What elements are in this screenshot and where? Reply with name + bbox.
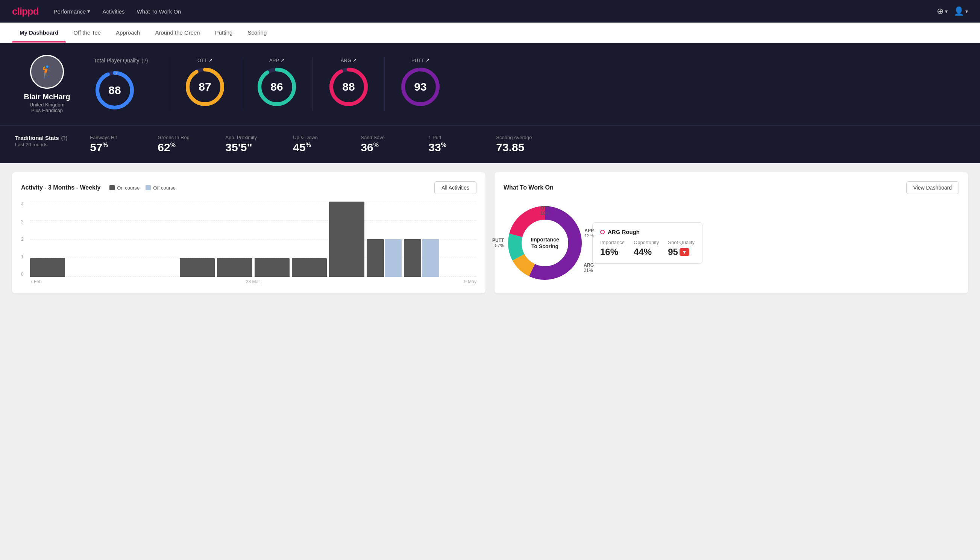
ring-arg: 88: [328, 66, 369, 108]
donut-chart-wrapper: Importance To Scoring OTT 10% APP 12% AR…: [504, 202, 586, 284]
wtw-card: What To Work On View Dashboard: [494, 172, 968, 293]
bar-on-7: [292, 258, 327, 277]
legend-off-course: Off course: [146, 185, 176, 191]
metric-importance-value: 16%: [600, 247, 625, 257]
user-menu-button[interactable]: 👤 ▾: [954, 7, 968, 16]
bar-group-9: [367, 239, 402, 277]
player-info: 🏌️ Blair McHarg United Kingdom Plus Hand…: [15, 55, 79, 113]
logo: clippd: [12, 6, 39, 17]
view-dashboard-button[interactable]: View Dashboard: [906, 181, 959, 194]
ring-ott: 87: [184, 66, 226, 108]
tab-approach[interactable]: Approach: [108, 23, 147, 42]
player-handicap: Plus Handicap: [31, 108, 63, 113]
bar-on-0: [30, 258, 65, 277]
bar-on-4: [180, 258, 215, 277]
bar-chart: 0 1 2 3 4 7 Feb 28 Mar 9 May: [21, 202, 476, 284]
quality-label: Total Player Quality (?): [94, 58, 148, 63]
score-value-ott: 87: [198, 80, 211, 93]
wtw-title: What To Work On: [504, 184, 554, 191]
bar-on-6: [255, 258, 290, 277]
metric-shot-quality: Shot Quality 95 ▼: [668, 240, 695, 257]
bar-group-2: [105, 276, 140, 277]
nav-what-to-work-on[interactable]: What To Work On: [137, 8, 181, 15]
metric-opportunity: Opportunity 44%: [634, 240, 659, 257]
activity-card: Activity - 3 Months - Weekly On course O…: [12, 172, 486, 293]
wtw-metrics: Importance 16% Opportunity 44% Shot Qual…: [600, 240, 695, 257]
bar-group-7: [292, 258, 327, 277]
score-total: Total Player Quality (?) 88: [94, 58, 169, 111]
player-name: Blair McHarg: [24, 93, 70, 101]
help-icon[interactable]: (?): [142, 58, 148, 63]
activity-card-header: Activity - 3 Months - Weekly On course O…: [21, 181, 476, 194]
bar-group-0: [30, 258, 65, 277]
wtw-body: Importance To Scoring OTT 10% APP 12% AR…: [504, 202, 959, 284]
arrow-icon-putt: ↗: [426, 58, 429, 63]
bar-chart-inner: 0 1 2 3 4: [21, 202, 476, 277]
player-country: United Kingdom: [30, 102, 65, 108]
metric-opportunity-value: 44%: [634, 247, 659, 257]
bar-on-5: [217, 258, 252, 277]
activity-title: Activity - 3 Months - Weekly: [21, 184, 100, 191]
stat-sand-save: Sand Save 36%: [361, 135, 406, 154]
bar-empty-11: [441, 276, 476, 277]
arrow-icon-app: ↗: [281, 58, 284, 63]
score-value-app: 86: [270, 80, 283, 93]
bar-group-4: [180, 258, 215, 277]
top-nav: clippd Performance ▾ Activities What To …: [0, 0, 980, 23]
legend-on-course: On course: [110, 185, 140, 191]
sub-nav: My Dashboard Off the Tee Approach Around…: [0, 23, 980, 43]
stat-1-putt: 1 Putt 33%: [428, 135, 473, 154]
tab-around-the-green[interactable]: Around the Green: [147, 23, 207, 42]
bar-off-10: [422, 239, 439, 277]
stats-bar: Traditional Stats (?) Last 20 rounds Fai…: [0, 126, 980, 163]
nav-activities[interactable]: Activities: [102, 8, 125, 15]
tab-my-dashboard[interactable]: My Dashboard: [12, 23, 66, 42]
score-app: APP ↗ 86: [241, 58, 313, 111]
bar-group-5: [217, 258, 252, 277]
y-axis: 0 1 2 3 4: [21, 202, 28, 277]
chevron-down-icon: ▾: [87, 8, 90, 15]
activity-legend: On course Off course: [110, 185, 176, 191]
tab-putting[interactable]: Putting: [208, 23, 240, 42]
x-axis: 7 Feb 28 Mar 9 May: [21, 279, 476, 284]
stat-fairways-hit: Fairways Hit 57%: [90, 135, 135, 154]
add-button[interactable]: ⊕ ▾: [937, 7, 948, 16]
wtw-dot-icon: [600, 230, 605, 234]
trad-stats-sub: Last 20 rounds: [15, 142, 67, 147]
bars: [30, 202, 476, 277]
arrow-icon-ott: ↗: [209, 58, 213, 63]
bar-empty-1: [67, 276, 102, 277]
help-icon-stats[interactable]: (?): [61, 135, 68, 141]
legend-dot-off: [146, 185, 151, 190]
bar-off-9: [385, 239, 402, 277]
bar-on-10: [404, 239, 421, 277]
hero-section: 🏌️ Blair McHarg United Kingdom Plus Hand…: [0, 43, 980, 126]
nav-right: ⊕ ▾ 👤 ▾: [937, 7, 968, 16]
all-activities-button[interactable]: All Activities: [434, 181, 476, 194]
donut-label-arg: ARG 21%: [584, 263, 594, 273]
tab-off-the-tee[interactable]: Off the Tee: [66, 23, 108, 42]
bar-on-8: [329, 202, 364, 277]
score-value-putt: 93: [414, 80, 426, 93]
donut-label-putt: PUTT 57%: [492, 238, 504, 248]
trad-stats-label-group: Traditional Stats (?) Last 20 rounds: [15, 135, 67, 147]
score-ott: OTT ↗ 87: [169, 58, 241, 111]
trad-stats-title: Traditional Stats: [15, 135, 59, 141]
nav-performance[interactable]: Performance ▾: [54, 8, 91, 15]
tab-scoring[interactable]: Scoring: [240, 23, 274, 42]
wtw-card-header: What To Work On View Dashboard: [504, 181, 959, 194]
score-value-total: 88: [108, 84, 121, 97]
bar-group-1: [67, 276, 102, 277]
donut-center-text: Importance To Scoring: [531, 236, 559, 250]
avatar: 🏌️: [30, 55, 64, 89]
donut-label-app: APP 12%: [584, 228, 594, 238]
metric-shot-quality-value: 95 ▼: [668, 247, 695, 257]
bar-empty-2: [105, 276, 140, 277]
bar-group-6: [255, 258, 290, 277]
sq-badge: ▼: [679, 248, 689, 256]
arrow-icon-arg: ↗: [353, 58, 356, 63]
wtw-info-card: ARG Rough Importance 16% Opportunity 44%…: [592, 222, 702, 263]
bar-group-10: [404, 239, 439, 277]
bar-group-11: [441, 276, 476, 277]
legend-dot-on: [110, 185, 115, 190]
